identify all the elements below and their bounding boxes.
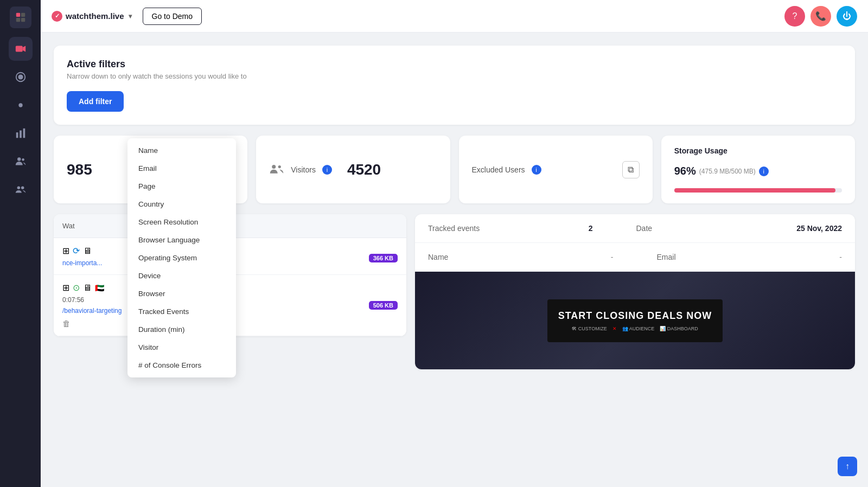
filters-card: Active filters Narrow down to only watch… — [54, 46, 855, 125]
sidebar-item-recordings[interactable] — [9, 37, 33, 61]
sidebar-logo[interactable] — [10, 7, 31, 28]
svg-point-6 — [18, 74, 23, 79]
filter-option-console-errors[interactable]: # of Console Errors — [127, 356, 236, 374]
filter-option-page[interactable]: Page — [127, 177, 236, 195]
help-button[interactable]: ? — [784, 6, 805, 27]
brand-name: watchthem.live — [66, 11, 124, 21]
name-label: Name — [428, 253, 504, 261]
device-desktop-2-icon: 🖥 — [83, 283, 92, 293]
svg-point-12 — [17, 157, 21, 161]
storage-card: Storage Usage 96% (475.9 MB/500 MB) i — [661, 136, 855, 203]
storage-bar-fill — [674, 188, 835, 193]
browser-edge-icon: ⟳ — [73, 246, 80, 256]
session-2-size: 506 KB — [369, 301, 398, 310]
brand-logo[interactable]: ✓ watchthem.live ▾ — [52, 11, 132, 22]
svg-point-17 — [278, 165, 281, 168]
filter-dropdown: Name Email Page Country Screen Resolutio… — [127, 138, 236, 377]
topbar-actions: ? 📞 ⏻ — [784, 6, 857, 27]
tracked-events-value: 2 — [589, 224, 593, 233]
power-button[interactable]: ⏻ — [837, 6, 857, 27]
visitors-value: 4520 — [347, 161, 381, 178]
call-button[interactable]: 📞 — [810, 6, 831, 27]
name-email-row: Name - Email - — [415, 243, 855, 272]
sidebar-item-team[interactable] — [9, 178, 33, 202]
filter-option-browser[interactable]: Browser — [127, 285, 236, 303]
svg-point-13 — [22, 158, 24, 161]
sidebar-item-analytics[interactable] — [9, 121, 33, 145]
visitors-info-icon[interactable]: i — [322, 165, 332, 175]
session-preview: START CLOSING DEALS NOW 🛠 CUSTOMIZE ✕ 👥 … — [415, 272, 855, 369]
name-value: - — [611, 253, 614, 261]
filters-title: Active filters — [67, 59, 842, 70]
filter-option-browser-language[interactable]: Browser Language — [127, 231, 236, 249]
visitors-stat-card: Visitors i 4520 — [256, 136, 450, 203]
filter-option-device[interactable]: Device — [127, 267, 236, 285]
tracked-events-label: Tracked events — [428, 224, 504, 233]
session-1-size: 366 KB — [369, 254, 398, 262]
filter-option-duration[interactable]: Duration (min) — [127, 321, 236, 338]
svg-rect-3 — [21, 18, 24, 22]
os-windows-icon: ⊞ — [62, 246, 69, 256]
svg-rect-1 — [21, 13, 24, 17]
storage-title: Storage Usage — [674, 146, 727, 155]
filter-option-email[interactable]: Email — [127, 159, 236, 177]
svg-rect-11 — [23, 129, 25, 138]
storage-detail: (475.9 MB/500 MB) — [699, 168, 756, 175]
svg-point-14 — [17, 187, 20, 190]
svg-point-15 — [21, 187, 23, 190]
svg-point-8 — [18, 103, 22, 107]
browser-chrome-icon: ⊙ — [73, 283, 80, 293]
demo-button[interactable]: Go to Demo — [143, 8, 202, 25]
svg-rect-4 — [15, 46, 22, 52]
device-desktop-icon: 🖥 — [83, 246, 92, 256]
topbar: ✓ watchthem.live ▾ Go to Demo ? 📞 ⏻ — [41, 0, 868, 33]
sessions-value: 985 — [67, 161, 92, 178]
flag-uae-icon: 🇦🇪 — [95, 284, 104, 292]
add-filter-button[interactable]: Add filter — [67, 91, 124, 112]
tracked-events-row: Tracked events 2 Date 25 Nov, 2022 — [415, 214, 855, 243]
content-area: Active filters Narrow down to only watch… — [41, 33, 868, 487]
email-value: - — [839, 253, 842, 261]
storage-pct: 96% — [674, 165, 696, 177]
scroll-to-top-button[interactable]: ↑ — [838, 457, 857, 476]
sidebar-item-heatmaps[interactable] — [9, 65, 33, 89]
copy-button[interactable]: ⧉ — [622, 161, 640, 178]
os-windows-2-icon: ⊞ — [62, 283, 69, 293]
main-content: ✓ watchthem.live ▾ Go to Demo ? 📞 ⏻ Acti… — [41, 0, 868, 487]
excluded-info-icon[interactable]: i — [532, 165, 541, 175]
svg-rect-10 — [20, 131, 22, 138]
date-value: 25 Nov, 2022 — [796, 224, 842, 233]
svg-rect-0 — [16, 13, 20, 17]
svg-marker-5 — [22, 46, 25, 52]
date-label: Date — [636, 224, 712, 233]
sidebar-item-users[interactable] — [9, 150, 33, 174]
svg-rect-2 — [16, 18, 20, 22]
brand-check-icon: ✓ — [52, 11, 62, 22]
filter-option-country[interactable]: Country — [127, 195, 236, 213]
preview-placeholder: START CLOSING DEALS NOW 🛠 CUSTOMIZE ✕ 👥 … — [415, 272, 855, 369]
filters-subtitle: Narrow down to only watch the sessions y… — [67, 72, 842, 80]
brand-chevron-icon: ▾ — [129, 12, 132, 20]
visitors-icon — [269, 161, 284, 178]
visitors-label: Visitors — [291, 165, 316, 174]
sidebar — [0, 0, 41, 487]
filter-option-os[interactable]: Operating System — [127, 249, 236, 267]
email-label: Email — [657, 253, 733, 261]
filter-option-screen-resolution[interactable]: Screen Resolution — [127, 213, 236, 231]
svg-rect-9 — [16, 132, 18, 138]
sidebar-item-funnels[interactable] — [9, 93, 33, 117]
filter-option-visitor[interactable]: Visitor — [127, 338, 236, 356]
detail-panel: Tracked events 2 Date 25 Nov, 2022 Name … — [415, 214, 855, 369]
excluded-users-card: Excluded Users i ⧉ — [459, 136, 653, 203]
storage-info-icon[interactable]: i — [759, 166, 769, 176]
filter-option-name[interactable]: Name — [127, 142, 236, 159]
svg-point-16 — [272, 165, 276, 169]
excluded-label: Excluded Users — [472, 165, 525, 174]
session-2-time: 0:07:56 — [62, 296, 84, 304]
storage-bar-background — [674, 188, 842, 193]
filter-option-tracked-events[interactable]: Tracked Events — [127, 303, 236, 321]
